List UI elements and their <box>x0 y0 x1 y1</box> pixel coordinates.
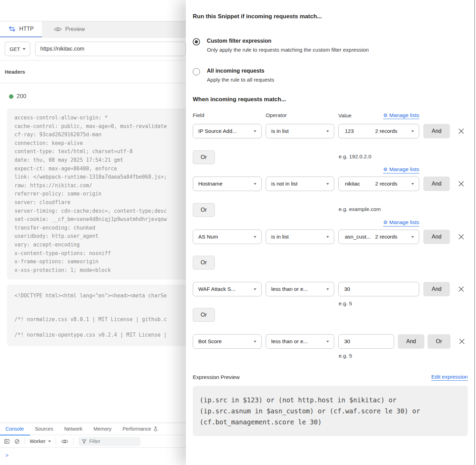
tab-http[interactable]: HTTP <box>0 21 42 37</box>
eye-icon[interactable] <box>61 439 68 444</box>
option-all-incoming-requests[interactable]: All incoming requests Apply the rule to … <box>193 68 468 83</box>
option-text: Custom filter expression Only apply the … <box>207 38 369 53</box>
code-line: (ip.src in $123) or (not http.host in $n… <box>200 394 461 405</box>
chevron-down-icon <box>254 183 256 185</box>
chevron-down-icon <box>411 236 414 238</box>
value-input[interactable] <box>338 282 419 296</box>
option-label: Custom filter expression <box>207 38 369 44</box>
chevron-down-icon <box>326 288 329 290</box>
code-line: raw: https://nikitac.com/ <box>14 181 186 190</box>
worker-dropdown[interactable]: Worker <box>30 438 51 444</box>
remove-condition-button[interactable] <box>459 338 465 345</box>
scrollbar-track[interactable] <box>474 0 475 465</box>
tab-console[interactable]: Console <box>6 423 24 435</box>
code-line: connection: keep-alive <box>14 139 186 148</box>
operator-select[interactable]: less than or e... <box>266 334 334 349</box>
tab-console-label: Console <box>6 426 24 432</box>
tab-sources[interactable]: Sources <box>35 423 53 435</box>
devtools-console: Console Sources Network Memory Performan… <box>0 423 186 465</box>
remove-condition-button[interactable] <box>458 234 464 240</box>
tab-preview-label: Preview <box>65 26 85 32</box>
operator-select[interactable]: less than or e... <box>266 282 334 296</box>
manage-lists-link[interactable]: ⚙Manage lists <box>383 112 419 119</box>
field-select-value: IP Source Add... <box>198 128 237 134</box>
radio-button-selected[interactable] <box>193 38 200 45</box>
chevron-down-icon <box>326 236 329 238</box>
console-filter[interactable] <box>78 437 140 446</box>
or-row: Or <box>193 256 468 270</box>
chevron-down-icon <box>254 341 256 342</box>
or-button[interactable]: Or <box>193 203 215 217</box>
code-line: set-cookie: __cf_bm=sene4d8niqj1p9wsatmh… <box>14 215 186 224</box>
snippet-rule-panel: Run this Snippet if incoming requests ma… <box>186 0 476 465</box>
console-filter-input[interactable] <box>89 438 130 444</box>
code-line: (ip.src.asnum in $asn_custom) or (cf.waf… <box>200 405 461 416</box>
expression-preview-code: (ip.src in $123) or (not http.host in $n… <box>193 386 468 436</box>
tab-preview[interactable]: Preview <box>42 21 96 37</box>
value-list-select[interactable]: nikitac2 records <box>338 177 419 191</box>
code-line: date: thu, 08 may 2025 17:54:21 gmt <box>14 156 186 165</box>
and-button[interactable]: And <box>423 124 450 138</box>
and-button[interactable]: And <box>423 282 450 296</box>
and-button[interactable]: And <box>398 334 424 349</box>
top-strip <box>0 0 186 21</box>
field-select[interactable]: AS Num <box>193 230 262 244</box>
response-body-block: <!DOCTYPE html><html lang="en"><head><me… <box>7 285 186 346</box>
option-label: All incoming requests <box>207 68 274 74</box>
filter-row-waf-score: WAF Attack S... less than or e... And <box>193 282 468 296</box>
close-icon <box>459 338 465 345</box>
or-button[interactable]: Or <box>427 334 451 349</box>
code-line: server: cloudflare <box>14 198 186 207</box>
value-list-select[interactable]: 1232 records <box>338 124 419 138</box>
option-custom-filter-expression[interactable]: Custom filter expression Only apply the … <box>193 38 468 53</box>
or-button[interactable]: Or <box>193 256 215 270</box>
or-hint-row: Or e.g. example.com <box>193 203 468 217</box>
or-button[interactable]: Or <box>193 150 215 164</box>
tab-network-label: Network <box>64 426 82 432</box>
remove-condition-button[interactable] <box>458 286 464 292</box>
dock-panel-icon[interactable] <box>4 439 10 444</box>
method-dropdown[interactable]: GET <box>5 42 30 56</box>
filter-row-as-num: AS Num is in list asn_cust...2 records A… <box>193 230 468 244</box>
clear-console-icon[interactable] <box>14 439 20 444</box>
close-icon <box>458 286 464 292</box>
field-select[interactable]: Hostname <box>193 177 262 191</box>
field-select[interactable]: WAF Attack S... <box>193 282 262 296</box>
close-icon <box>458 234 464 240</box>
manage-lists-link[interactable]: ⚙Manage lists <box>383 219 419 226</box>
url-input[interactable] <box>35 42 186 56</box>
field-select[interactable]: Bot Score <box>193 334 262 349</box>
toolbar-divider <box>24 438 25 445</box>
or-button[interactable]: Or <box>193 308 215 322</box>
worker-label: Worker <box>30 438 45 444</box>
console-prompt[interactable]: > <box>0 448 186 458</box>
remove-condition-button[interactable] <box>458 128 464 134</box>
radio-button[interactable] <box>193 68 200 75</box>
tab-performance[interactable]: Performance <box>123 423 158 435</box>
devtools-tabbar: Console Sources Network Memory Performan… <box>0 423 186 435</box>
field-select[interactable]: IP Source Add... <box>193 124 262 138</box>
console-toolbar: Worker <box>0 435 186 448</box>
or-hint-row: Or e.g. 192.0.2.0 <box>193 150 468 164</box>
tab-network[interactable]: Network <box>64 423 82 435</box>
operator-select[interactable]: is in list <box>266 124 334 138</box>
list-name: nikitac <box>345 181 375 187</box>
option-text: All incoming requests Apply the rule to … <box>207 68 274 83</box>
tab-memory[interactable]: Memory <box>94 423 112 435</box>
value-list-select[interactable]: asn_cust...2 records <box>338 230 419 244</box>
remove-condition-button[interactable] <box>458 181 464 187</box>
operator-select[interactable]: is in list <box>266 230 334 244</box>
operator-select[interactable]: is not in list <box>266 177 334 191</box>
value-input[interactable] <box>338 334 394 349</box>
edit-expression-link[interactable]: Edit expression <box>431 374 468 381</box>
and-button[interactable]: And <box>423 230 450 244</box>
close-icon <box>458 181 464 187</box>
toolbar-divider <box>56 438 56 445</box>
hint-row: e.g. 5 <box>193 300 468 308</box>
code-line: useridbody: http.user_agent <box>14 232 186 241</box>
radio-dot <box>195 40 198 43</box>
gear-icon: ⚙ <box>383 167 388 172</box>
manage-lists-row: ⚙Manage lists <box>193 166 419 173</box>
manage-lists-link[interactable]: ⚙Manage lists <box>383 166 419 173</box>
and-button[interactable]: And <box>423 177 450 191</box>
